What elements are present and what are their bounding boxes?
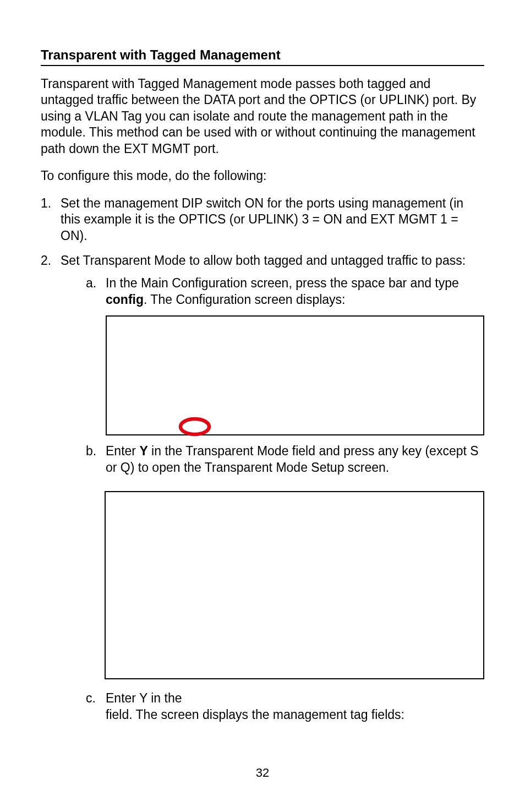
section-heading: Transparent with Tagged Management (41, 47, 484, 66)
config-screen-placeholder (106, 315, 484, 435)
highlight-oval-icon (178, 417, 211, 437)
step-2b-pre: Enter (106, 444, 139, 458)
transparent-mode-screen-placeholder (105, 491, 484, 679)
step-1-number: 1. (41, 195, 51, 211)
step-2-number: 2. (41, 253, 51, 269)
step-2b-number: b. (86, 443, 96, 459)
step-2c-number: c. (86, 690, 96, 706)
step-2a-number: a. (86, 275, 96, 291)
step-2c-line1: Enter Y in the (106, 691, 182, 705)
lead-paragraph: To configure this mode, do the following… (41, 168, 484, 184)
step-2c-line2: field. The screen displays the managemen… (106, 707, 404, 722)
step-2a-bold: config (106, 292, 144, 307)
step-2a-post: . The Configuration screen displays: (144, 292, 346, 307)
step-2b-bold: Y (139, 444, 147, 458)
step-2-text: Set Transparent Mode to allow both tagge… (61, 253, 466, 268)
step-2a: a. In the Main Configuration screen, pre… (86, 275, 484, 435)
step-2: 2. Set Transparent Mode to allow both ta… (41, 253, 484, 723)
step-2a-pre: In the Main Configuration screen, press … (106, 276, 459, 290)
step-2b-post: in the Transparent Mode field and press … (106, 444, 479, 474)
page-number: 32 (0, 766, 525, 780)
svg-point-0 (181, 419, 209, 434)
step-2c: c. Enter Y in the field. The screen disp… (86, 690, 484, 723)
step-2b: b. Enter Y in the Transparent Mode field… (86, 443, 484, 679)
step-1: 1. Set the management DIP switch ON for … (41, 195, 484, 244)
step-1-text: Set the management DIP switch ON for the… (61, 196, 463, 243)
intro-paragraph: Transparent with Tagged Management mode … (41, 76, 484, 157)
